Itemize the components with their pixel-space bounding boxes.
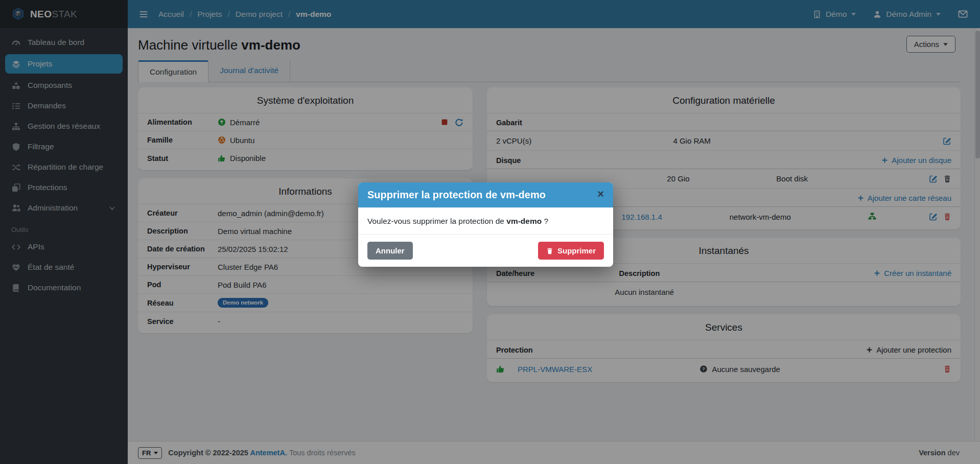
close-icon[interactable]: × bbox=[597, 189, 604, 199]
confirm-delete-button[interactable]: Supprimer bbox=[538, 242, 604, 260]
trash-icon bbox=[546, 247, 553, 254]
modal-title: Supprimer la protection de vm-demo bbox=[367, 189, 546, 201]
cancel-button[interactable]: Annuler bbox=[367, 242, 413, 260]
modal-body: Voulez-vous supprimer la protection de v… bbox=[358, 207, 613, 235]
modal-header: Supprimer la protection de vm-demo × bbox=[358, 182, 613, 207]
delete-protection-modal: Supprimer la protection de vm-demo × Vou… bbox=[358, 182, 613, 267]
modal-footer: Annuler Supprimer bbox=[358, 235, 613, 267]
